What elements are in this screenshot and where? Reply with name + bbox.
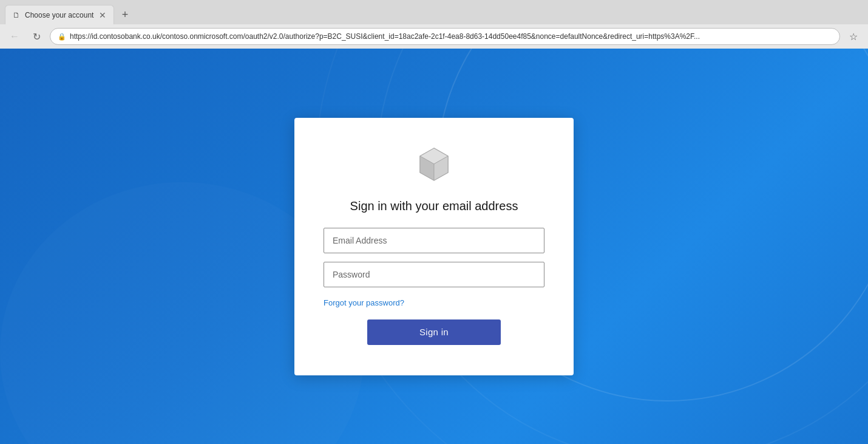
email-form-group bbox=[324, 228, 544, 253]
page-background: Sign in with your email address Forgot y… bbox=[0, 49, 868, 444]
back-icon: ← bbox=[10, 31, 19, 42]
password-input[interactable] bbox=[324, 262, 544, 287]
forgot-password-link[interactable]: Forgot your password? bbox=[324, 298, 404, 307]
new-tab-button[interactable]: + bbox=[117, 6, 134, 23]
email-input[interactable] bbox=[324, 228, 544, 253]
address-bar-row: ← ↻ 🔒 https://id.contosobank.co.uk/conto… bbox=[0, 24, 868, 49]
active-tab[interactable]: 🗋 Choose your account ✕ bbox=[5, 5, 114, 24]
tab-label: Choose your account bbox=[25, 11, 93, 19]
signin-card: Sign in with your email address Forgot y… bbox=[294, 118, 574, 375]
lock-icon: 🔒 bbox=[58, 33, 66, 41]
password-form-group bbox=[324, 262, 544, 287]
card-title: Sign in with your email address bbox=[350, 199, 518, 213]
address-bar[interactable]: 🔒 https://id.contosobank.co.uk/contoso.o… bbox=[50, 28, 840, 45]
sign-in-button[interactable]: Sign in bbox=[367, 319, 501, 345]
tab-bar: 🗋 Choose your account ✕ + bbox=[0, 0, 868, 24]
cube-icon bbox=[413, 142, 455, 185]
star-icon: ☆ bbox=[849, 31, 858, 43]
tab-page-icon: 🗋 bbox=[13, 11, 20, 19]
refresh-icon: ↻ bbox=[33, 31, 41, 43]
address-text: https://id.contosobank.co.uk/contoso.onm… bbox=[70, 32, 832, 41]
tab-close-button[interactable]: ✕ bbox=[99, 11, 106, 19]
card-logo bbox=[413, 142, 455, 187]
bookmark-button[interactable]: ☆ bbox=[845, 28, 862, 45]
refresh-button[interactable]: ↻ bbox=[28, 28, 45, 45]
browser-chrome: 🗋 Choose your account ✕ + ← ↻ 🔒 https://… bbox=[0, 0, 868, 49]
back-button[interactable]: ← bbox=[6, 28, 23, 45]
